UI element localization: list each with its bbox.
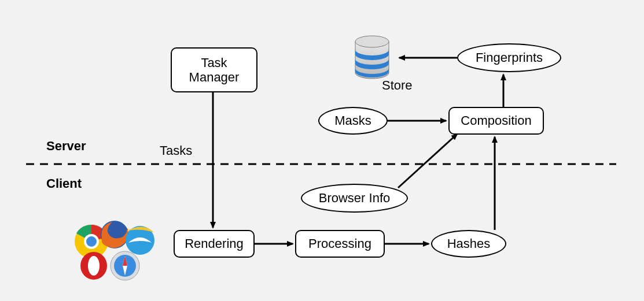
- processing-node: Processing: [295, 230, 385, 258]
- hashes-node: Hashes: [431, 230, 506, 258]
- fingerprints-node: Fingerprints: [457, 43, 561, 72]
- composition-node: Composition: [448, 107, 544, 135]
- masks-node: Masks: [318, 107, 388, 135]
- diagram-stage: Server Client Task Manager Rendering Pro…: [0, 0, 644, 301]
- server-region-label: Server: [46, 139, 86, 154]
- database-icon: [349, 34, 395, 84]
- task-manager-node: Task Manager: [171, 47, 257, 92]
- browser-info-node: Browser Info: [301, 184, 408, 213]
- svg-point-4: [86, 236, 97, 247]
- svg-point-1: [355, 36, 389, 47]
- client-region-label: Client: [46, 176, 82, 191]
- edge-browserinfo-composition: [398, 134, 457, 188]
- browser-logos-icon: [64, 220, 168, 287]
- rendering-node: Rendering: [174, 230, 255, 258]
- tasks-edge-label: Tasks: [160, 143, 192, 158]
- svg-point-8: [88, 256, 100, 276]
